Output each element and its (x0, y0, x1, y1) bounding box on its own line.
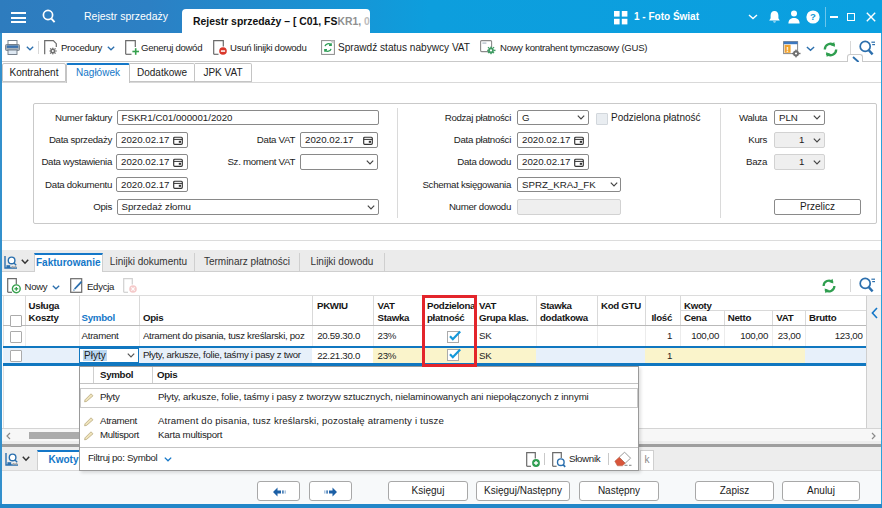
svg-text:!: ! (786, 45, 789, 54)
svg-text:?: ? (810, 11, 816, 22)
